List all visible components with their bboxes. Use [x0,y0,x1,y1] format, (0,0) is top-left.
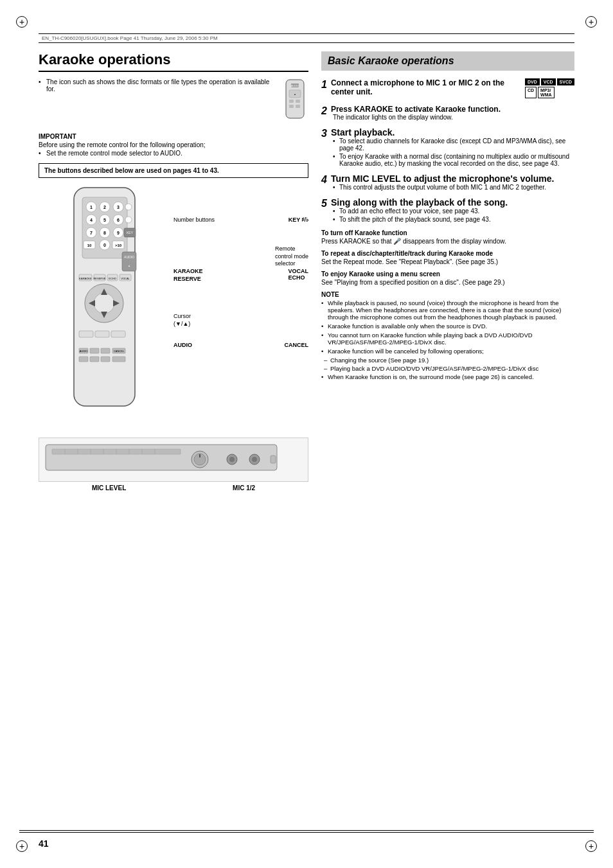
svg-text:3: 3 [117,205,120,209]
svg-text:2: 2 [103,205,106,209]
step-2-num: 2 [321,105,327,117]
step-5: 5 Sing along with the playback of the so… [321,197,574,223]
svg-point-85 [252,457,257,462]
svg-point-51 [94,293,114,314]
svg-rect-65 [79,357,88,362]
step-3-num: 3 [321,127,327,139]
svg-rect-5 [289,100,294,103]
dash-2: Playing back a DVD AUDIO/DVD VR/JPEG/ASF… [321,365,574,372]
svg-rect-86 [271,456,276,463]
step-3-bullet-2: To enjoy Karaoke with a normal disc (con… [333,153,574,167]
reg-mark-tr [585,16,597,28]
label-vocal: VOCALECHO [289,268,309,281]
step-3-bullet-1: To select audio channels for Karaoke dis… [333,137,574,152]
notice-box: The buttons described below are used on … [39,163,308,178]
label-cancel: CANCEL [285,342,309,348]
step-4-bullet-1: This control adjusts the output volume o… [333,184,574,191]
note-5: When Karaoke function is on, the surroun… [321,373,574,380]
svg-text:▲: ▲ [294,93,296,96]
step-2-title: Press KARAOKE to activate Karaoke functi… [321,105,574,114]
badge-dvd: DVD [525,78,540,85]
dash-1: Changing the source (See page 19.) [321,357,574,364]
remote-labels: Number buttons KARAOKERESERVE Cursor(▼/▲… [173,184,308,430]
svg-text:>10: >10 [115,244,122,247]
step-4-body: This control adjusts the output volume o… [333,184,574,191]
note-4: Karaoke function will be canceled by fol… [321,348,574,355]
intro-bullet: The icon such as shows the disc formats … [39,78,308,93]
step-4: 4 Turn MIC LEVEL to adjust the microphon… [321,173,574,191]
badge-svcd: SVCD [557,78,574,85]
note-label: NOTE [321,291,574,298]
svg-text:AUDIO: AUDIO [80,350,88,353]
subsection-1-title: To turn off Karaoke function [321,229,574,236]
svg-text:KEY: KEY [127,231,134,235]
svg-text:0: 0 [103,243,106,247]
badge-mp3wma: MP3/WMA [538,87,555,98]
svg-point-24 [125,217,132,223]
step-4-title: Turn MIC LEVEL to adjust the microphone'… [331,173,554,184]
svg-rect-56 [79,331,93,337]
step-4-num: 4 [321,173,327,186]
svg-text:7: 7 [90,231,93,235]
svg-text:KARAOKE: KARAOKE [79,277,92,280]
svg-point-17 [125,204,132,210]
badge-cd: CD [525,87,537,98]
svg-rect-8 [296,105,300,108]
svg-rect-57 [95,331,109,337]
important-label: IMPORTANT [39,133,308,140]
mic-level-label: MIC LEVEL [92,484,126,492]
label-key: KEY ♯/♭ [289,217,308,223]
basic-karaoke-title: Basic Karaoke operations [328,55,568,67]
intro-section: AUDIO ▲ The icon such as shows the disc … [39,78,308,128]
label-cursor: Cursor(▼/▲) [173,313,191,328]
badge-vcd: VCD [541,78,556,85]
svg-text:ECHO: ECHO [109,277,116,280]
step-3-title: Start playback. [331,127,395,137]
remote-diagram: 1 2 3 4 5 6 [39,184,308,430]
svg-text:AUDIO: AUDIO [124,255,134,259]
svg-point-83 [229,457,235,462]
label-remote-mode: Remotecontrol modeselector [275,245,308,268]
device-illustration [39,438,308,482]
format-badges: DVD VCD SVCD CD MP3/WMA [525,78,574,98]
svg-text:9: 9 [117,231,120,235]
remote-svg: 1 2 3 4 5 6 [39,184,167,430]
page-header: EN_TH-C906020[USUGUX].book Page 41 Thurs… [39,33,574,43]
left-column: Karaoke operations AUDIO ▲ The icon such… [39,51,308,829]
svg-rect-66 [90,357,99,362]
reg-mark-br [585,840,597,852]
svg-text:8: 8 [103,231,106,235]
subsection-2-body: Set the Repeat mode. See "Repeat Playbac… [321,258,574,265]
note-3: You cannot turn on Karaoke function whil… [321,332,574,346]
step-2: 2 Press KARAOKE to activate Karaoke func… [321,105,574,121]
page-number: 41 [39,838,49,849]
important-bullet: Set the remote control mode selector to … [39,150,308,157]
svg-text:6: 6 [117,218,120,222]
subsection-2-title: To repeat a disc/chapter/title/track dur… [321,250,574,257]
main-content: Karaoke operations AUDIO ▲ The icon such… [39,51,574,829]
svg-text:CANCEL: CANCEL [114,350,125,353]
bottom-rule [19,830,594,833]
svg-text:RESERVE: RESERVE [93,277,105,280]
note-2: Karaoke function is available only when … [321,323,574,330]
step-3: 3 Start playback. To select audio channe… [321,127,574,167]
subsection-3-body: See "Playing from a specified position o… [321,279,574,286]
step-3-body: To select audio channels for Karaoke dis… [333,137,574,167]
svg-rect-68 [112,357,125,362]
reg-mark-tl [16,16,28,28]
right-column: Basic Karaoke operations DVD VCD SVCD CD… [321,51,574,829]
label-number-buttons: Number buttons [173,217,215,224]
reg-mark-bl [16,840,28,852]
step-5-bullet-1: To add an echo effect to your voice, see… [333,208,574,215]
svg-rect-61 [90,348,99,353]
important-text: Before using the remote control for the … [39,141,308,148]
note-1: While playback is paused, no sound (voic… [321,299,574,321]
svg-rect-69 [46,445,277,470]
svg-rect-58 [111,331,125,337]
subsection-3-title: To enjoy Karaoke using a menu screen [321,270,574,278]
label-audio: AUDIO [173,342,192,350]
svg-text:4: 4 [90,218,93,222]
label-karaoke: KARAOKERESERVE [173,268,203,283]
svg-rect-67 [101,357,110,362]
basic-karaoke-header: Basic Karaoke operations [321,51,574,71]
